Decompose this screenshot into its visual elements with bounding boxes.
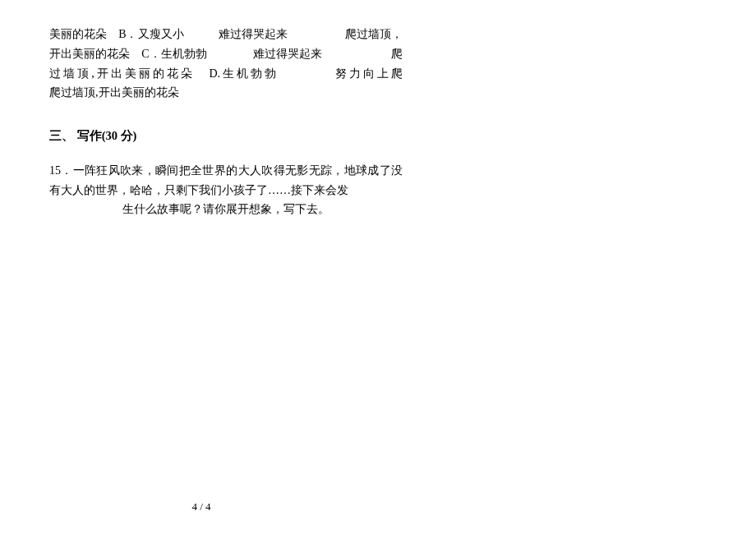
section-heading-writing: 三、 写作(30 分) [49,126,403,146]
document-content: 美丽的花朵 B．又瘦又小 难过得哭起来 爬过墙顶，开出美丽的花朵 C．生机勃勃 … [49,25,403,219]
answer-options-paragraph: 美丽的花朵 B．又瘦又小 难过得哭起来 爬过墙顶，开出美丽的花朵 C．生机勃勃 … [49,25,403,103]
question-15-line2: 生什么故事呢？请你展开想象，写下去。 [49,200,403,219]
question-15-line1: 15．一阵狂风吹来，瞬间把全世界的大人吹得无影无踪，地球成了没有大人的世界，哈哈… [49,161,403,200]
page-number: 4 / 4 [0,500,403,513]
question-15: 15．一阵狂风吹来，瞬间把全世界的大人吹得无影无踪，地球成了没有大人的世界，哈哈… [49,161,403,219]
